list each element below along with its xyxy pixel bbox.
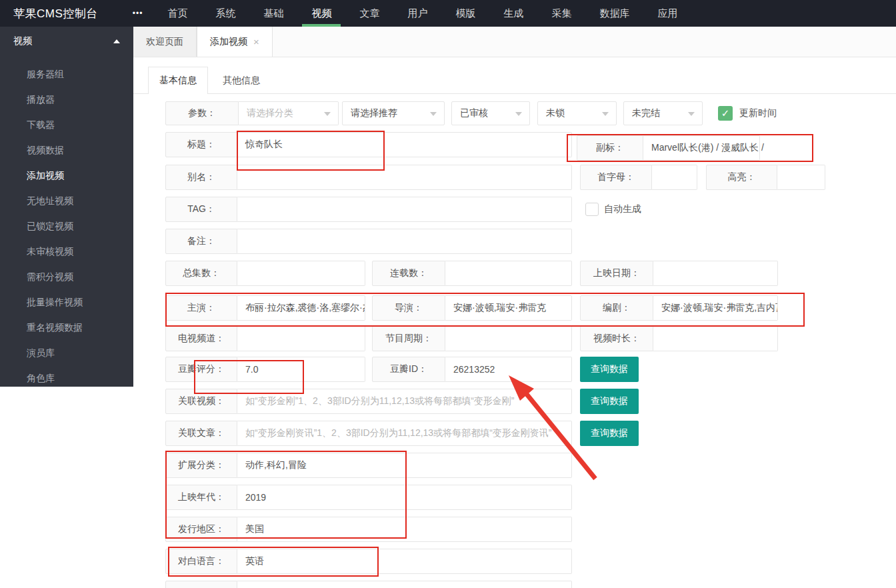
- sidebar-group-video[interactable]: 视频: [0, 27, 133, 56]
- sidebar-item-no-address-video[interactable]: 无地址视频: [0, 188, 133, 213]
- update-time-checkbox[interactable]: [718, 106, 733, 121]
- writer-label: 编剧：: [580, 295, 653, 321]
- related-video-query-button[interactable]: 查询数据: [580, 389, 639, 414]
- chevron-down-icon: [688, 112, 695, 116]
- nav-item-database[interactable]: 数据库: [585, 0, 643, 27]
- serial-number-label: 连载数：: [372, 261, 445, 286]
- total-episodes-input[interactable]: [237, 261, 365, 286]
- remarks-input[interactable]: [237, 229, 572, 254]
- sidebar-item-downloader[interactable]: 下载器: [0, 112, 133, 137]
- tag-input[interactable]: [237, 197, 572, 222]
- douban-id-label: 豆瓣ID：: [372, 357, 445, 382]
- douban-id-input[interactable]: 26213252: [445, 357, 572, 382]
- lock-status-value: 未锁: [546, 107, 565, 119]
- release-date-label: 上映日期：: [580, 261, 653, 286]
- serial-number-input[interactable]: [445, 261, 572, 286]
- program-cycle-label: 节目周期：: [372, 326, 445, 351]
- title-input[interactable]: 惊奇队长: [237, 132, 572, 157]
- sidebar-item-add-video[interactable]: 添加视频: [0, 163, 133, 188]
- release-year-label: 上映年代：: [165, 485, 237, 510]
- starring-input[interactable]: 布丽·拉尔森,裘德·洛,塞缪尔·杰: [237, 295, 365, 321]
- close-icon[interactable]: [253, 37, 259, 47]
- recommend-select[interactable]: 请选择推荐: [342, 101, 445, 125]
- tab-welcome-page[interactable]: 欢迎页面: [133, 27, 197, 57]
- sidebar: 视频 服务器组 播放器 下载器 视频数据 添加视频 无地址视频 已锁定视频 未审…: [0, 27, 133, 387]
- sidebar-item-duplicate-video-data[interactable]: 重名视频数据: [0, 315, 133, 340]
- director-input[interactable]: 安娜·波顿,瑞安·弗雷克: [445, 295, 572, 321]
- nav-item-app[interactable]: 应用: [643, 0, 691, 27]
- highlight-label: 高亮：: [706, 165, 777, 190]
- sidebar-item-video-data[interactable]: 视频数据: [0, 137, 133, 163]
- nav-item-generate[interactable]: 生成: [489, 0, 537, 27]
- app-title: 苹果CMS控制台: [13, 6, 98, 21]
- update-time-label: 更新时间: [739, 101, 777, 125]
- ext-category-input[interactable]: 动作,科幻,冒险: [237, 453, 572, 478]
- director-label: 导演：: [372, 295, 445, 321]
- remarks-label: 备注：: [165, 229, 237, 254]
- form-tab-other-info[interactable]: 其他信息: [208, 67, 275, 94]
- subtitle-input[interactable]: Marvel队长(港) / 漫威队长 /: [643, 135, 760, 161]
- initial-input[interactable]: [652, 165, 697, 190]
- release-region-input[interactable]: 美国: [237, 517, 572, 542]
- nav-item-basic[interactable]: 基础: [249, 0, 297, 27]
- release-date-input[interactable]: [653, 261, 778, 286]
- finish-status-value: 未完结: [632, 107, 660, 119]
- highlight-input[interactable]: [777, 165, 825, 190]
- ext-category-label: 扩展分类：: [165, 453, 237, 478]
- nav-item-user[interactable]: 用户: [393, 0, 441, 27]
- duration-input[interactable]: [653, 326, 778, 351]
- sidebar-item-role-library[interactable]: 角色库: [0, 365, 133, 391]
- nav-item-system[interactable]: 系统: [201, 0, 249, 27]
- next-row-input[interactable]: [237, 581, 572, 588]
- starring-label: 主演：: [165, 295, 237, 321]
- total-episodes-label: 总集数：: [165, 261, 237, 286]
- related-video-input[interactable]: 如“变形金刚”1、2、3部ID分别为11,12,13或将每部都填“变形金刚”: [237, 389, 572, 414]
- douban-score-label: 豆瓣评分：: [165, 357, 237, 382]
- more-menu-icon[interactable]: •••: [133, 9, 143, 18]
- tv-channel-input[interactable]: [237, 326, 365, 351]
- sidebar-item-server-group[interactable]: 服务器组: [0, 61, 133, 87]
- douban-query-button[interactable]: 查询数据: [580, 357, 639, 382]
- params-label: 参数：: [165, 101, 239, 125]
- lock-status-select[interactable]: 未锁: [537, 101, 617, 125]
- tab-welcome-label: 欢迎页面: [146, 36, 183, 48]
- chevron-down-icon: [602, 112, 609, 116]
- program-cycle-input[interactable]: [445, 326, 572, 351]
- sidebar-item-actor-library[interactable]: 演员库: [0, 340, 133, 365]
- related-article-input[interactable]: 如“变形金刚资讯”1、2、3部ID分别为11,12,13或将每部都填“变形金刚资…: [237, 421, 572, 446]
- category-select-value: 请选择分类: [247, 107, 293, 119]
- chevron-down-icon: [515, 112, 522, 116]
- auto-generate-checkbox[interactable]: [585, 203, 599, 216]
- subtitle-label: 副标：: [577, 135, 643, 161]
- sidebar-group-label: 视频: [13, 35, 32, 47]
- sidebar-item-points-video[interactable]: 需积分视频: [0, 264, 133, 289]
- form-tab-basic-info[interactable]: 基本信息: [148, 67, 208, 94]
- writer-input[interactable]: 安娜·波顿,瑞安·弗雷克,吉内瓦: [653, 295, 778, 321]
- audit-status-value: 已审核: [460, 107, 488, 119]
- nav-item-home[interactable]: 首页: [153, 0, 201, 27]
- category-select[interactable]: 请选择分类: [239, 101, 339, 125]
- audit-status-select[interactable]: 已审核: [451, 101, 530, 125]
- chevron-down-icon: [324, 112, 331, 116]
- sidebar-item-unaudited-video[interactable]: 未审核视频: [0, 239, 133, 264]
- release-year-input[interactable]: 2019: [237, 485, 572, 510]
- dialogue-language-label: 对白语言：: [165, 549, 237, 574]
- douban-score-input[interactable]: 7.0: [237, 357, 365, 382]
- related-video-label: 关联视频：: [165, 389, 237, 414]
- nav-item-template[interactable]: 模版: [441, 0, 489, 27]
- sidebar-item-locked-video[interactable]: 已锁定视频: [0, 213, 133, 239]
- alias-input[interactable]: [237, 165, 572, 190]
- nav-item-collect[interactable]: 采集: [537, 0, 585, 27]
- tab-add-video[interactable]: 添加视频: [197, 27, 273, 57]
- related-article-query-button[interactable]: 查询数据: [580, 421, 639, 446]
- duration-label: 视频时长：: [580, 326, 653, 351]
- main-nav: 首页 系统 基础 视频 文章 用户 模版 生成 采集 数据库 应用: [153, 0, 691, 27]
- dialogue-language-input[interactable]: 英语: [237, 549, 572, 574]
- next-row-label: [165, 581, 237, 588]
- sidebar-item-batch-operation-video[interactable]: 批量操作视频: [0, 289, 133, 315]
- finish-status-select[interactable]: 未完结: [623, 101, 703, 125]
- nav-item-article[interactable]: 文章: [345, 0, 393, 27]
- tag-label: TAG：: [165, 197, 237, 222]
- nav-item-video[interactable]: 视频: [297, 0, 345, 27]
- sidebar-item-player[interactable]: 播放器: [0, 87, 133, 112]
